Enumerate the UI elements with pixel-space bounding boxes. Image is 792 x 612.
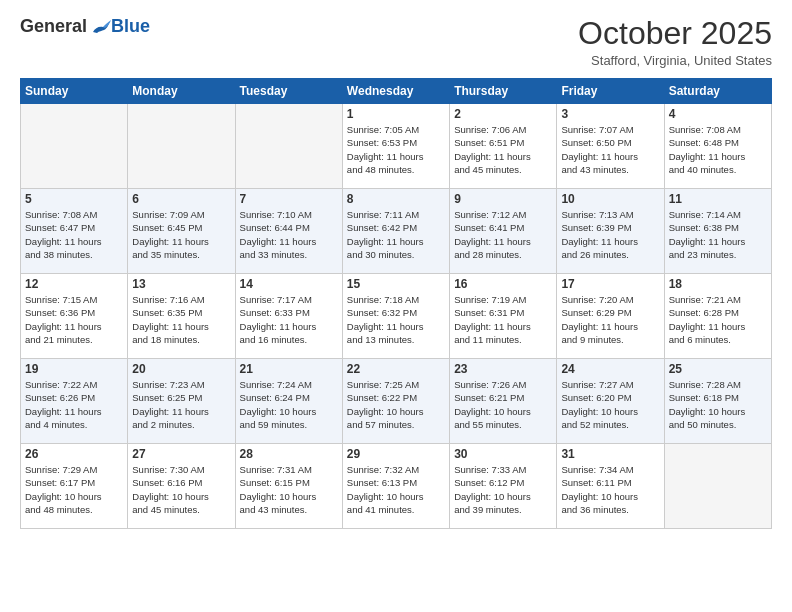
day-number: 9 bbox=[454, 192, 552, 206]
day-number: 23 bbox=[454, 362, 552, 376]
day-number: 14 bbox=[240, 277, 338, 291]
table-row: 17Sunrise: 7:20 AM Sunset: 6:29 PM Dayli… bbox=[557, 274, 664, 359]
day-number: 21 bbox=[240, 362, 338, 376]
month-title: October 2025 bbox=[578, 16, 772, 51]
day-info: Sunrise: 7:28 AM Sunset: 6:18 PM Dayligh… bbox=[669, 378, 767, 431]
day-number: 4 bbox=[669, 107, 767, 121]
day-info: Sunrise: 7:05 AM Sunset: 6:53 PM Dayligh… bbox=[347, 123, 445, 176]
day-number: 18 bbox=[669, 277, 767, 291]
calendar-week-row: 19Sunrise: 7:22 AM Sunset: 6:26 PM Dayli… bbox=[21, 359, 772, 444]
calendar-week-row: 5Sunrise: 7:08 AM Sunset: 6:47 PM Daylig… bbox=[21, 189, 772, 274]
table-row: 29Sunrise: 7:32 AM Sunset: 6:13 PM Dayli… bbox=[342, 444, 449, 529]
col-sunday: Sunday bbox=[21, 79, 128, 104]
day-info: Sunrise: 7:21 AM Sunset: 6:28 PM Dayligh… bbox=[669, 293, 767, 346]
table-row: 31Sunrise: 7:34 AM Sunset: 6:11 PM Dayli… bbox=[557, 444, 664, 529]
day-info: Sunrise: 7:16 AM Sunset: 6:35 PM Dayligh… bbox=[132, 293, 230, 346]
day-number: 12 bbox=[25, 277, 123, 291]
day-number: 7 bbox=[240, 192, 338, 206]
day-info: Sunrise: 7:23 AM Sunset: 6:25 PM Dayligh… bbox=[132, 378, 230, 431]
table-row: 1Sunrise: 7:05 AM Sunset: 6:53 PM Daylig… bbox=[342, 104, 449, 189]
day-number: 19 bbox=[25, 362, 123, 376]
day-number: 11 bbox=[669, 192, 767, 206]
day-number: 13 bbox=[132, 277, 230, 291]
day-info: Sunrise: 7:08 AM Sunset: 6:48 PM Dayligh… bbox=[669, 123, 767, 176]
table-row: 2Sunrise: 7:06 AM Sunset: 6:51 PM Daylig… bbox=[450, 104, 557, 189]
day-number: 17 bbox=[561, 277, 659, 291]
day-info: Sunrise: 7:27 AM Sunset: 6:20 PM Dayligh… bbox=[561, 378, 659, 431]
day-info: Sunrise: 7:29 AM Sunset: 6:17 PM Dayligh… bbox=[25, 463, 123, 516]
table-row: 14Sunrise: 7:17 AM Sunset: 6:33 PM Dayli… bbox=[235, 274, 342, 359]
day-info: Sunrise: 7:31 AM Sunset: 6:15 PM Dayligh… bbox=[240, 463, 338, 516]
table-row bbox=[128, 104, 235, 189]
calendar-week-row: 26Sunrise: 7:29 AM Sunset: 6:17 PM Dayli… bbox=[21, 444, 772, 529]
table-row: 8Sunrise: 7:11 AM Sunset: 6:42 PM Daylig… bbox=[342, 189, 449, 274]
day-info: Sunrise: 7:17 AM Sunset: 6:33 PM Dayligh… bbox=[240, 293, 338, 346]
day-info: Sunrise: 7:15 AM Sunset: 6:36 PM Dayligh… bbox=[25, 293, 123, 346]
table-row: 19Sunrise: 7:22 AM Sunset: 6:26 PM Dayli… bbox=[21, 359, 128, 444]
table-row: 11Sunrise: 7:14 AM Sunset: 6:38 PM Dayli… bbox=[664, 189, 771, 274]
logo-general-text: General bbox=[20, 16, 87, 37]
page: General Blue October 2025 Stafford, Virg… bbox=[0, 0, 792, 612]
logo-blue-text: Blue bbox=[111, 16, 150, 37]
calendar-week-row: 1Sunrise: 7:05 AM Sunset: 6:53 PM Daylig… bbox=[21, 104, 772, 189]
table-row: 18Sunrise: 7:21 AM Sunset: 6:28 PM Dayli… bbox=[664, 274, 771, 359]
table-row bbox=[235, 104, 342, 189]
header: General Blue October 2025 Stafford, Virg… bbox=[20, 16, 772, 68]
day-info: Sunrise: 7:06 AM Sunset: 6:51 PM Dayligh… bbox=[454, 123, 552, 176]
day-number: 2 bbox=[454, 107, 552, 121]
day-number: 26 bbox=[25, 447, 123, 461]
day-number: 25 bbox=[669, 362, 767, 376]
table-row: 15Sunrise: 7:18 AM Sunset: 6:32 PM Dayli… bbox=[342, 274, 449, 359]
table-row: 30Sunrise: 7:33 AM Sunset: 6:12 PM Dayli… bbox=[450, 444, 557, 529]
day-info: Sunrise: 7:32 AM Sunset: 6:13 PM Dayligh… bbox=[347, 463, 445, 516]
day-number: 6 bbox=[132, 192, 230, 206]
table-row: 7Sunrise: 7:10 AM Sunset: 6:44 PM Daylig… bbox=[235, 189, 342, 274]
logo-bird-icon bbox=[89, 18, 111, 36]
day-number: 20 bbox=[132, 362, 230, 376]
day-number: 15 bbox=[347, 277, 445, 291]
calendar-table: Sunday Monday Tuesday Wednesday Thursday… bbox=[20, 78, 772, 529]
calendar-week-row: 12Sunrise: 7:15 AM Sunset: 6:36 PM Dayli… bbox=[21, 274, 772, 359]
day-info: Sunrise: 7:24 AM Sunset: 6:24 PM Dayligh… bbox=[240, 378, 338, 431]
day-info: Sunrise: 7:14 AM Sunset: 6:38 PM Dayligh… bbox=[669, 208, 767, 261]
col-thursday: Thursday bbox=[450, 79, 557, 104]
day-info: Sunrise: 7:11 AM Sunset: 6:42 PM Dayligh… bbox=[347, 208, 445, 261]
table-row bbox=[21, 104, 128, 189]
logo: General Blue bbox=[20, 16, 150, 37]
day-info: Sunrise: 7:07 AM Sunset: 6:50 PM Dayligh… bbox=[561, 123, 659, 176]
day-number: 31 bbox=[561, 447, 659, 461]
day-number: 3 bbox=[561, 107, 659, 121]
table-row: 10Sunrise: 7:13 AM Sunset: 6:39 PM Dayli… bbox=[557, 189, 664, 274]
day-info: Sunrise: 7:12 AM Sunset: 6:41 PM Dayligh… bbox=[454, 208, 552, 261]
table-row: 28Sunrise: 7:31 AM Sunset: 6:15 PM Dayli… bbox=[235, 444, 342, 529]
day-info: Sunrise: 7:30 AM Sunset: 6:16 PM Dayligh… bbox=[132, 463, 230, 516]
table-row: 3Sunrise: 7:07 AM Sunset: 6:50 PM Daylig… bbox=[557, 104, 664, 189]
day-info: Sunrise: 7:08 AM Sunset: 6:47 PM Dayligh… bbox=[25, 208, 123, 261]
day-info: Sunrise: 7:34 AM Sunset: 6:11 PM Dayligh… bbox=[561, 463, 659, 516]
day-info: Sunrise: 7:33 AM Sunset: 6:12 PM Dayligh… bbox=[454, 463, 552, 516]
table-row: 22Sunrise: 7:25 AM Sunset: 6:22 PM Dayli… bbox=[342, 359, 449, 444]
day-number: 30 bbox=[454, 447, 552, 461]
day-info: Sunrise: 7:22 AM Sunset: 6:26 PM Dayligh… bbox=[25, 378, 123, 431]
table-row: 9Sunrise: 7:12 AM Sunset: 6:41 PM Daylig… bbox=[450, 189, 557, 274]
table-row: 16Sunrise: 7:19 AM Sunset: 6:31 PM Dayli… bbox=[450, 274, 557, 359]
day-info: Sunrise: 7:25 AM Sunset: 6:22 PM Dayligh… bbox=[347, 378, 445, 431]
day-info: Sunrise: 7:18 AM Sunset: 6:32 PM Dayligh… bbox=[347, 293, 445, 346]
table-row: 6Sunrise: 7:09 AM Sunset: 6:45 PM Daylig… bbox=[128, 189, 235, 274]
day-number: 27 bbox=[132, 447, 230, 461]
day-number: 22 bbox=[347, 362, 445, 376]
day-number: 28 bbox=[240, 447, 338, 461]
day-number: 16 bbox=[454, 277, 552, 291]
table-row: 25Sunrise: 7:28 AM Sunset: 6:18 PM Dayli… bbox=[664, 359, 771, 444]
day-info: Sunrise: 7:09 AM Sunset: 6:45 PM Dayligh… bbox=[132, 208, 230, 261]
day-number: 24 bbox=[561, 362, 659, 376]
table-row bbox=[664, 444, 771, 529]
day-info: Sunrise: 7:10 AM Sunset: 6:44 PM Dayligh… bbox=[240, 208, 338, 261]
table-row: 26Sunrise: 7:29 AM Sunset: 6:17 PM Dayli… bbox=[21, 444, 128, 529]
location: Stafford, Virginia, United States bbox=[578, 53, 772, 68]
table-row: 21Sunrise: 7:24 AM Sunset: 6:24 PM Dayli… bbox=[235, 359, 342, 444]
col-wednesday: Wednesday bbox=[342, 79, 449, 104]
table-row: 5Sunrise: 7:08 AM Sunset: 6:47 PM Daylig… bbox=[21, 189, 128, 274]
calendar-header-row: Sunday Monday Tuesday Wednesday Thursday… bbox=[21, 79, 772, 104]
table-row: 27Sunrise: 7:30 AM Sunset: 6:16 PM Dayli… bbox=[128, 444, 235, 529]
